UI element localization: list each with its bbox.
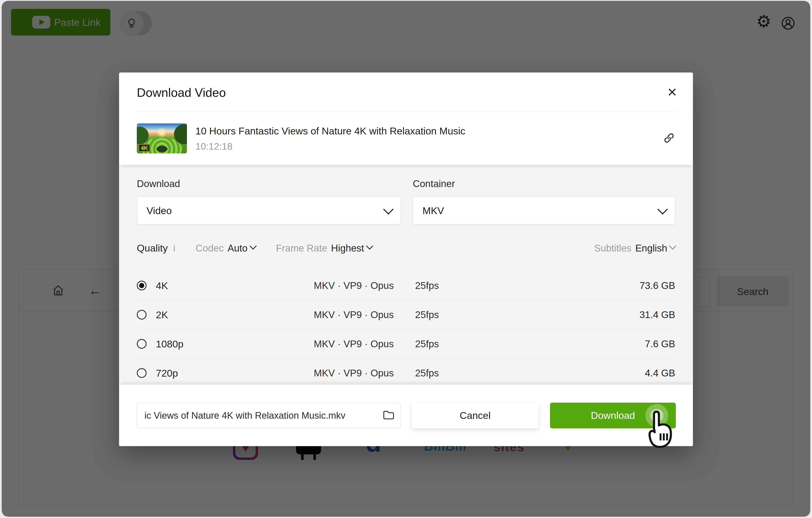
dialog-header: Download Video ✕ [119, 72, 693, 112]
quality-row-2k[interactable]: 2K MKV · VP9 · Opus 25fps 31.4 GB [137, 300, 675, 329]
radio-icon[interactable] [137, 310, 147, 319]
quality-size: 4.4 GB [476, 367, 675, 379]
container-select[interactable]: MKV [413, 196, 675, 224]
subtitles-value[interactable]: English [635, 242, 667, 254]
container-label: Container [413, 178, 675, 189]
quality-format: MKV · VP9 · Opus [295, 338, 413, 349]
container-value: MKV [423, 205, 444, 216]
quality-name: 2K [156, 309, 295, 321]
framerate-label: Frame Rate [276, 242, 327, 254]
quality-fps: 25fps [413, 309, 476, 321]
quality-row-720p[interactable]: 720p MKV · VP9 · Opus 25fps 4.4 GB [137, 358, 675, 385]
cancel-label: Cancel [460, 409, 491, 421]
framerate-value[interactable]: Highest [331, 242, 364, 254]
chevron-down-icon[interactable] [250, 242, 257, 250]
quality-fps: 25fps [413, 367, 476, 379]
hand-cursor-icon [647, 409, 675, 451]
quality-size: 31.4 GB [476, 309, 675, 321]
quality-size: 73.6 GB [476, 280, 675, 291]
quality-name: 4K [156, 280, 295, 292]
quality-format: MKV · VP9 · Opus [295, 367, 413, 379]
download-type-value: Video [147, 205, 172, 216]
quality-name: 720p [156, 367, 295, 379]
quality-row-4k[interactable]: 4K MKV · VP9 · Opus 25fps 73.6 GB [137, 271, 675, 300]
chevron-down-icon[interactable] [669, 242, 676, 250]
quality-label: Quality [137, 242, 168, 254]
codec-label: Codec [196, 242, 224, 254]
chevron-down-icon [383, 204, 394, 214]
filename-field[interactable]: ic Views of Nature 4K with Relaxation Mu… [137, 403, 401, 428]
dialog-body: Download Container Video MKV Quality i C… [119, 165, 693, 385]
quality-format: MKV · VP9 · Opus [295, 309, 413, 321]
source-link-icon[interactable] [663, 132, 675, 145]
chevron-down-icon [658, 204, 668, 214]
quality-name: 1080p [156, 338, 295, 350]
filename-text: ic Views of Nature 4K with Relaxation Mu… [144, 410, 383, 421]
subtitles-label: Subtitles [594, 242, 631, 254]
video-info-row: 4K 10 Hours Fantastic Views of Nature 4K… [119, 112, 693, 165]
radio-selected-icon[interactable] [137, 281, 147, 291]
thumbnail-4k-badge: 4K [139, 144, 150, 152]
download-video-dialog: Download Video ✕ 4K 10 Hours Fantastic V… [119, 72, 693, 446]
radio-icon[interactable] [137, 368, 147, 378]
video-thumbnail: 4K [137, 123, 187, 153]
video-duration: 10:12:18 [195, 141, 465, 152]
folder-icon[interactable] [383, 410, 395, 421]
chevron-down-icon[interactable] [366, 242, 373, 250]
quality-fps: 25fps [413, 338, 476, 349]
radio-icon[interactable] [137, 339, 147, 349]
download-label: Download [137, 178, 401, 189]
quality-size: 7.6 GB [476, 338, 675, 349]
quality-row-1080p[interactable]: 1080p MKV · VP9 · Opus 25fps 7.6 GB [137, 329, 675, 358]
quality-list: 4K MKV · VP9 · Opus 25fps 73.6 GB 2K MKV… [137, 271, 675, 385]
quality-info-icon[interactable]: i [173, 243, 175, 253]
download-type-select[interactable]: Video [137, 196, 401, 224]
codec-value[interactable]: Auto [228, 242, 248, 254]
app-screenshot: Paste Link ⚙ [0, 0, 812, 518]
quality-fps: 25fps [413, 280, 476, 291]
close-icon[interactable]: ✕ [667, 85, 677, 99]
video-meta: 10 Hours Fantastic Views of Nature 4K wi… [195, 125, 465, 152]
video-title: 10 Hours Fantastic Views of Nature 4K wi… [195, 125, 465, 137]
cancel-button[interactable]: Cancel [412, 403, 539, 428]
download-label: Download [591, 409, 635, 421]
quality-format: MKV · VP9 · Opus [295, 280, 413, 291]
dialog-footer: ic Views of Nature 4K with Relaxation Mu… [119, 385, 693, 446]
dialog-title: Download Video [137, 85, 226, 99]
